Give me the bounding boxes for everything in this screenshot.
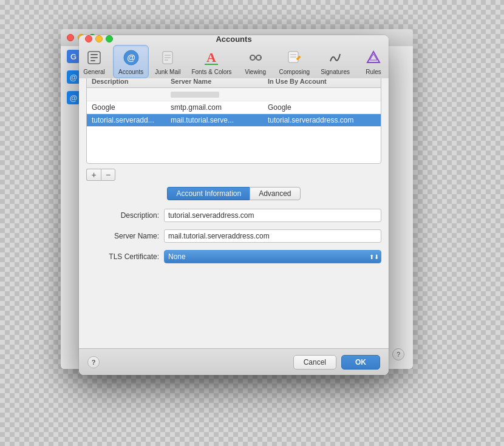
tls-row: TLS Certificate: None SSL/TLS STARTTLS ⬆… [86,250,381,263]
viewing-label: Viewing [245,69,266,75]
bottom-bar: ? Cancel OK [79,348,389,375]
svg-rect-1 [90,54,98,55]
signatures-icon [325,48,345,67]
accounts-icon: @ [121,48,141,67]
fonts-icon: A [202,48,221,67]
rules-label: Rules [366,69,381,75]
ok-button[interactable]: OK [341,355,380,370]
main-window: Accounts General [79,35,389,375]
traffic-lights [85,35,113,42]
mail-account-icon-2: @ [67,91,80,104]
rules-icon [364,48,383,67]
toolbar-item-general[interactable]: General [79,46,112,78]
table-empty-space [87,127,381,163]
col-description: Description [92,78,171,85]
table-row[interactable] [87,88,381,101]
minimize-button[interactable] [95,35,103,42]
mail-account-icon-1: @ [67,70,80,84]
toolbar-item-composing[interactable]: Composing [274,46,315,78]
google-account-icon: G [67,50,80,63]
composing-icon [285,48,304,67]
titlebar-top: Accounts [79,35,389,42]
composing-label: Composing [279,69,310,75]
toolbar-item-signatures[interactable]: Signatures [316,46,355,78]
accounts-label: Accounts [118,69,143,75]
row3-desc: tutorial.serveradd... [92,116,171,124]
svg-text:@: @ [127,53,135,63]
svg-rect-3 [90,60,95,61]
junk-mail-icon [158,48,177,67]
col-server-name: Server Name [171,78,268,85]
svg-text:A: A [207,50,217,65]
tab-account-info[interactable]: Account Information [167,187,250,200]
content-area: Description Server Name In Use By Accoun… [79,67,389,278]
toolbar-item-junk-mail[interactable]: Junk Mail [150,46,185,78]
help-button[interactable]: ? [87,356,100,368]
smtp-table: Description Server Name In Use By Accoun… [86,75,381,164]
description-input[interactable] [164,209,381,222]
bg-help-button[interactable]: ? [392,348,404,360]
remove-smtp-button[interactable]: − [101,169,115,181]
tab-advanced[interactable]: Advanced [250,187,300,200]
table-row[interactable]: Google smtp.gmail.com Google [87,101,381,114]
table-row-selected[interactable]: tutorial.serveradd... mail.tutorial.serv… [87,114,381,127]
viewing-icon [246,48,265,67]
svg-rect-2 [90,57,98,58]
tls-label: TLS Certificate: [86,252,159,261]
toolbar-item-rules[interactable]: Rules [356,46,389,78]
server-name-row: Server Name: [86,229,381,243]
tls-select-container: None SSL/TLS STARTTLS ⬆⬇ [164,250,381,263]
col-in-use: In Use By Account [268,78,376,85]
add-smtp-button[interactable]: + [86,169,101,181]
toolbar: General @ Accounts [79,42,389,78]
row2-inuse: Google [268,103,376,112]
titlebar: Accounts General [79,35,389,67]
fonts-colors-label: Fonts & Colors [191,69,231,75]
toolbar-item-fonts-colors[interactable]: A Fonts & Colors [186,46,236,78]
maximize-button[interactable] [106,35,113,42]
bg-close-btn[interactable] [67,34,74,41]
description-row: Description: [86,209,381,222]
close-button[interactable] [85,35,92,42]
tls-select[interactable]: None SSL/TLS STARTTLS [164,250,381,263]
window-title: Accounts [216,35,251,44]
description-label: Description: [86,211,159,220]
svg-marker-20 [367,52,380,63]
row3-server: mail.tutorial.serve... [171,116,268,124]
signatures-label: Signatures [321,69,350,75]
row2-server: smtp.gmail.com [171,103,268,112]
junk-mail-label: Junk Mail [155,69,180,75]
server-name-input[interactable] [164,229,381,243]
general-label: General [83,69,105,75]
toolbar-item-viewing[interactable]: Viewing [238,46,273,78]
row1-server [171,92,268,98]
row2-desc: Google [92,103,171,112]
cancel-button[interactable]: Cancel [293,355,336,370]
server-name-label: Server Name: [86,232,159,240]
toolbar-item-accounts[interactable]: @ Accounts [113,45,149,78]
tab-row: Account Information Advanced [86,187,381,200]
general-icon [84,48,104,67]
add-remove-row: + − [86,169,381,181]
row3-inuse: tutorial.serveraddress.com [268,116,376,124]
